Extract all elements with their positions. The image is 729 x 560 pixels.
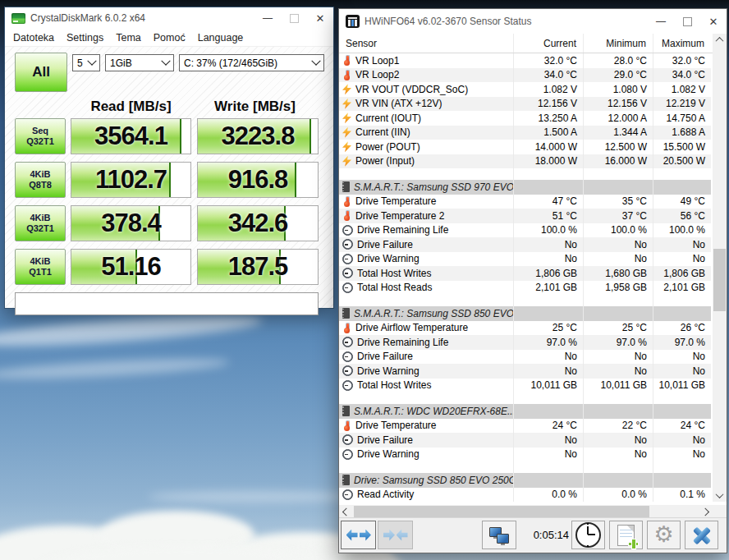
horizontal-scroll-thumb[interactable] bbox=[354, 506, 649, 517]
column-current[interactable]: Current bbox=[513, 34, 583, 53]
clock-button[interactable] bbox=[571, 521, 605, 549]
sensor-max-value: No bbox=[653, 237, 711, 252]
sensor-name-cell: Total Host Reads bbox=[339, 281, 513, 296]
sensor-current-value bbox=[513, 306, 583, 321]
maximize-button[interactable] bbox=[281, 7, 307, 29]
settings-button[interactable]: ⚙ bbox=[647, 521, 681, 549]
sensor-row[interactable]: Drive Remaining Life97.0 %97.0 %97.0 % bbox=[339, 335, 711, 350]
sensor-row[interactable]: Drive FailureNoNoNo bbox=[339, 350, 711, 365]
sensor-row[interactable]: Drive WarningNoNoNo bbox=[339, 252, 711, 267]
sensor-row[interactable]: Current (IIN)1.500 A1.344 A1.688 A bbox=[339, 126, 711, 140]
sensor-group-header[interactable]: Drive: Samsung SSD 850 EVO 250G... bbox=[339, 473, 711, 488]
scroll-right-arrow[interactable] bbox=[700, 505, 713, 518]
close-button[interactable]: ✕ bbox=[307, 7, 333, 29]
sensor-group-header[interactable]: S.M.A.R.T.: Samsung SSD 850 EVO... bbox=[339, 306, 711, 321]
report-button[interactable] bbox=[609, 521, 643, 549]
sensor-row[interactable]: Drive Airflow Temperature25 °C25 °C26 °C bbox=[339, 321, 711, 336]
column-maximum[interactable]: Maximum bbox=[653, 34, 711, 53]
expand-columns-button[interactable] bbox=[341, 521, 376, 549]
sensor-row[interactable]: Read Activity0.0 %0.0 %0.1 % bbox=[339, 488, 711, 503]
sensor-name: Current (IOUT) bbox=[355, 112, 421, 124]
vertical-scroll-thumb[interactable] bbox=[713, 249, 726, 311]
sensor-group-header[interactable]: S.M.A.R.T.: Samsung SSD 970 EVO... bbox=[339, 180, 711, 195]
comment-input[interactable] bbox=[15, 292, 319, 315]
sensor-row[interactable]: Drive Temperature 251 °C37 °C56 °C bbox=[339, 209, 711, 223]
sensor-row[interactable]: Drive FailureNoNoNo bbox=[339, 433, 711, 448]
sensor-row[interactable]: Drive WarningNoNoNo bbox=[339, 364, 711, 379]
sensor-row[interactable]: Total Host Reads2,101 GB1,958 GB2,101 GB bbox=[339, 281, 711, 296]
sensor-name: Total Host Writes bbox=[357, 268, 431, 279]
sensor-group-header[interactable]: S.M.A.R.T.: WDC WD20EFRX-68E... bbox=[339, 404, 711, 419]
sensor-name-cell: Read Activity bbox=[339, 488, 513, 503]
minimize-button[interactable]: — bbox=[648, 9, 674, 34]
target-drive-select[interactable]: C: 37% (172/465GiB) bbox=[179, 54, 324, 71]
sensor-current-value: 10,011 GB bbox=[513, 379, 583, 393]
sensor-max-value bbox=[653, 295, 711, 306]
hwinfo-titlebar[interactable]: HWiNFO64 v6.02-3670 Sensor Status — ✕ bbox=[339, 9, 727, 34]
sensor-current-value bbox=[513, 295, 583, 306]
clock-icon bbox=[575, 522, 601, 548]
sensor-row[interactable]: VR Loop234.0 °C29.0 °C34.0 °C bbox=[339, 68, 711, 83]
test-button[interactable]: 4KiBQ8T8 bbox=[15, 162, 66, 198]
horizontal-scrollbar[interactable] bbox=[339, 505, 713, 518]
power-icon bbox=[342, 112, 351, 123]
scroll-down-arrow[interactable] bbox=[713, 489, 727, 502]
test-count-select[interactable]: 5 bbox=[72, 54, 100, 71]
power-icon bbox=[342, 141, 351, 152]
sensor-row[interactable]: Drive Temperature24 °C22 °C24 °C bbox=[339, 419, 711, 434]
separator-row bbox=[339, 461, 711, 473]
sensor-name-cell: Drive Warning bbox=[339, 252, 513, 267]
sensor-name: Read Activity bbox=[357, 489, 414, 500]
sensor-row[interactable]: Drive Temperature47 °C35 °C49 °C bbox=[339, 195, 711, 209]
menu-theme[interactable]: Tema bbox=[115, 30, 142, 45]
sensor-row[interactable]: Total Host Writes10,011 GB10,011 GB10,01… bbox=[339, 379, 711, 393]
column-minimum[interactable]: Minimum bbox=[583, 34, 653, 53]
group-header-name: S.M.A.R.T.: Samsung SSD 850 EVO... bbox=[339, 306, 513, 321]
sensor-name: Drive Warning bbox=[357, 253, 420, 264]
sensor-current-value bbox=[513, 168, 583, 180]
gauge-icon bbox=[342, 282, 353, 293]
remote-monitoring-button[interactable] bbox=[482, 521, 516, 549]
test-size-select[interactable]: 1GiB bbox=[105, 54, 174, 71]
menu-settings[interactable]: Settings bbox=[66, 30, 104, 45]
maximize-button[interactable] bbox=[674, 9, 700, 34]
sensor-name: Total Host Reads bbox=[357, 282, 432, 293]
exit-button[interactable] bbox=[685, 521, 718, 549]
sensor-row[interactable]: Current (IOUT)13.250 A12.000 A14.750 A bbox=[339, 111, 711, 126]
test-button[interactable]: 4KiBQ1T1 bbox=[15, 249, 66, 285]
menu-file[interactable]: Datoteka bbox=[12, 30, 55, 45]
cdm-titlebar[interactable]: CrystalDiskMark 6.0.2 x64 — ✕ bbox=[5, 7, 333, 29]
menu-help[interactable]: Pomoć bbox=[153, 30, 186, 45]
run-all-button[interactable]: All bbox=[15, 53, 67, 92]
sensor-name: VR VIN (ATX +12V) bbox=[355, 98, 442, 109]
minimize-button[interactable]: — bbox=[254, 7, 281, 29]
scroll-up-arrow[interactable] bbox=[713, 34, 727, 46]
sensor-row[interactable]: Power (Input)18.000 W16.000 W20.500 W bbox=[339, 154, 711, 169]
sensor-row[interactable]: Power (POUT)14.000 W12.500 W15.500 W bbox=[339, 140, 711, 154]
sensor-row[interactable]: VR Loop132.0 °C28.0 °C32.0 °C bbox=[339, 53, 711, 68]
menu-language[interactable]: Language bbox=[197, 30, 245, 45]
sensor-table: VR Loop132.0 °C28.0 °C32.0 °CVR Loop234.… bbox=[339, 53, 711, 502]
gauge-icon bbox=[342, 449, 353, 460]
test-button[interactable]: SeqQ32T1 bbox=[15, 118, 66, 154]
vertical-scrollbar[interactable] bbox=[713, 34, 727, 502]
close-button[interactable]: ✕ bbox=[700, 9, 727, 34]
column-sensor[interactable]: Sensor bbox=[339, 38, 513, 49]
sensor-row[interactable]: VR VOUT (VDDCR_SoC)1.082 V1.080 V1.082 V bbox=[339, 82, 711, 97]
test-button[interactable]: 4KiBQ32T1 bbox=[15, 205, 66, 241]
sensor-max-value bbox=[653, 168, 711, 180]
sensor-row[interactable]: Drive Remaining Life100.0 %100.0 %100.0 … bbox=[339, 223, 711, 238]
write-result-cell: 187.5 bbox=[197, 249, 319, 285]
sensor-row[interactable]: Total Host Writes1,806 GB1,680 GB1,806 G… bbox=[339, 266, 711, 281]
sensor-row[interactable]: VR VIN (ATX +12V)12.156 V12.156 V12.219 … bbox=[339, 97, 711, 112]
sensor-row[interactable]: Drive WarningNoNoNo bbox=[339, 448, 711, 462]
sensor-row[interactable]: Drive FailureNoNoNo bbox=[339, 237, 711, 252]
collapse-columns-button[interactable] bbox=[378, 521, 413, 549]
sensor-min-value: 12.000 A bbox=[583, 111, 653, 126]
sensor-min-value bbox=[583, 295, 653, 306]
cdm-body: All 5 1GiB C: 37% (172/465GiB) Read [MB/… bbox=[5, 47, 333, 308]
arrow-right-icon bbox=[360, 530, 371, 541]
scroll-left-arrow[interactable] bbox=[339, 505, 351, 518]
sensor-min-value bbox=[583, 180, 653, 195]
sensor-current-value bbox=[513, 392, 583, 404]
